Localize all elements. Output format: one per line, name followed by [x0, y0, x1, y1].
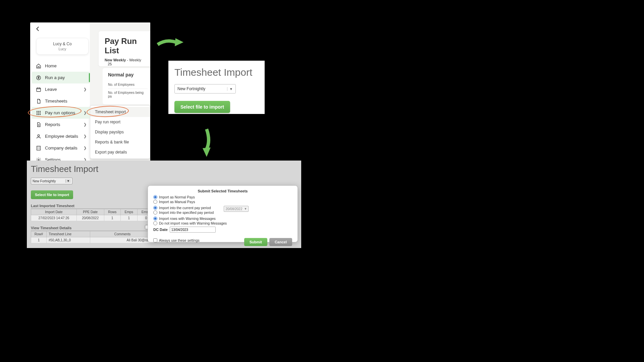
nav-timesheets[interactable]: Timesheets	[32, 95, 90, 107]
nav-label: Timesheets	[45, 99, 67, 104]
table-row[interactable]: 27/02/2023 14:47:26 20/08/2022 1 1 0	[31, 215, 155, 221]
checkbox-input[interactable]	[153, 238, 157, 242]
submit-button[interactable]: Submit	[244, 238, 267, 246]
report-icon	[36, 122, 42, 127]
calendar-icon	[36, 87, 42, 92]
last-imported-table: Import Date PPE Date Rows Emps Errors 27…	[31, 209, 155, 221]
svg-rect-2	[37, 111, 38, 112]
cell: 1	[31, 237, 47, 243]
nav-pay-run-options[interactable]: Pay run options ❯	[32, 107, 90, 119]
nav-label: Employee details	[45, 134, 78, 139]
normal-pay-row-paid: No. of Employees being pa	[108, 89, 148, 100]
chevron-right-icon: ❯	[84, 134, 87, 138]
building-icon	[36, 145, 42, 151]
nav-reports[interactable]: Reports ❯	[32, 119, 90, 130]
svg-rect-8	[37, 114, 38, 115]
cell: 1	[120, 215, 137, 221]
radio-input[interactable]	[153, 210, 157, 215]
radio-with-warnings[interactable]: Import rows with Warning Messages	[153, 217, 292, 221]
svg-rect-3	[38, 111, 39, 112]
submenu-timesheet-import[interactable]: Timesheet import	[90, 107, 150, 117]
nav-employee-details[interactable]: Employee details ❯	[32, 130, 90, 142]
svg-point-11	[38, 134, 39, 136]
select-file-button[interactable]: Select file to import	[174, 101, 230, 113]
schedule-day: 25	[108, 62, 112, 66]
th-ppe-date: PPE Date	[76, 209, 104, 215]
svg-point-13	[38, 159, 39, 161]
submenu-pay-run-report[interactable]: Pay run report	[90, 117, 150, 127]
radio-no-warnings[interactable]: Do not import rows with Warning Messages	[153, 221, 292, 225]
submenu-display-payslips[interactable]: Display payslips	[90, 127, 150, 137]
annotation-arrow-right	[156, 36, 186, 50]
radio-input[interactable]	[153, 200, 157, 204]
select-value: New Fortnightly	[33, 179, 56, 183]
svg-marker-14	[175, 38, 183, 46]
nav-label: Home	[45, 63, 57, 68]
schedule-select[interactable]: New Fortnightly ▼	[174, 84, 236, 94]
pay-run-list-card: Pay Run List New Weekly - Weekly 25	[99, 31, 150, 66]
table-header-row: Row# Timesheet Line Comments	[31, 231, 155, 237]
dc-date-input[interactable]	[170, 227, 216, 233]
nav-company-details[interactable]: Company details ❯	[32, 142, 90, 154]
radio-specified-period[interactable]: Import into the specified pay period	[153, 210, 214, 215]
radio-input[interactable]	[153, 217, 157, 221]
chevron-right-icon: ❯	[84, 146, 87, 150]
th-import-date: Import Date	[31, 209, 77, 215]
th-emps: Emps	[120, 209, 137, 215]
dollar-circle-icon	[36, 75, 42, 80]
nav-run-a-pay[interactable]: Run a pay	[32, 72, 90, 83]
checkbox-label: Always use these settings	[159, 238, 200, 242]
select-value: New Fortnightly	[177, 86, 205, 91]
table-row[interactable]: 1 #50,AB,1,30,,0 Ali Bali 30@rate1	[31, 237, 155, 243]
user-name: Lucy	[58, 47, 66, 51]
always-use-checkbox[interactable]: Always use these settings	[153, 238, 200, 242]
label-text: View Timesheet Details	[31, 226, 71, 230]
radio-input[interactable]	[153, 206, 157, 210]
schedule-select[interactable]: New Fortnightly ▼	[31, 178, 72, 184]
back-button[interactable]	[35, 26, 43, 34]
normal-pay-row-employees: No. of Employees	[108, 81, 148, 89]
cell: 20/08/2022	[76, 215, 104, 221]
dc-date-label: DC Date	[153, 228, 168, 232]
home-icon	[36, 63, 42, 69]
nav-label: Company details	[45, 145, 77, 150]
panel-title: Timesheet Import	[31, 164, 297, 174]
page-title: Pay Run List	[105, 37, 148, 55]
nav-label: Reports	[45, 122, 60, 127]
th-timesheet-line: Timesheet Line	[47, 231, 90, 237]
radio-import-manual[interactable]: Import as Manual Pays	[153, 200, 292, 204]
chevron-left-icon	[35, 26, 41, 32]
th-rows: Rows	[104, 209, 120, 215]
submenu-reports-bank-file[interactable]: Reports & bank file	[90, 137, 150, 147]
submit-timesheets-modal: Submit Selected Timesheets Import as Nor…	[148, 185, 298, 242]
nav-home[interactable]: Home	[32, 60, 90, 72]
company-card[interactable]: Lucy & Co Lucy	[36, 38, 89, 55]
radio-current-period[interactable]: Import into the current pay period	[153, 206, 214, 210]
company-name: Lucy & Co	[53, 42, 71, 46]
specified-period-date-select[interactable]: 20/08/2022 ▼	[224, 206, 249, 212]
view-details-label: View Timesheet Details	[31, 226, 155, 231]
cell: 27/02/2023 14:47:26	[31, 215, 77, 221]
svg-rect-6	[38, 112, 39, 113]
cell: Ali Bali 30@rate1	[90, 237, 155, 243]
radio-label: Import rows with Warning Messages	[159, 217, 216, 221]
radio-label: Import as Manual Pays	[159, 200, 195, 204]
radio-label: Do not import rows with Warning Messages	[159, 221, 227, 225]
svg-rect-10	[40, 114, 41, 115]
radio-label: Import as Normal Pays	[159, 195, 195, 199]
annotation-arrow-down	[201, 127, 214, 158]
chevron-right-icon: ❯	[84, 122, 87, 127]
cancel-button[interactable]: Cancel	[269, 238, 292, 246]
nav-label: Leave	[45, 87, 57, 92]
grid-icon	[36, 110, 42, 116]
radio-import-normal[interactable]: Import as Normal Pays	[153, 195, 292, 199]
cell: 1	[104, 215, 120, 221]
select-file-button[interactable]: Select file to import	[31, 190, 73, 199]
cell: #50,AB,1,30,,0	[47, 237, 90, 243]
svg-rect-12	[37, 146, 41, 150]
submenu-export-pay-details[interactable]: Export pay details	[90, 147, 150, 157]
radio-input[interactable]	[153, 195, 157, 199]
schedule-name: New Weekly	[105, 58, 126, 62]
radio-input[interactable]	[153, 221, 157, 225]
nav-leave[interactable]: Leave ❯	[32, 83, 90, 95]
